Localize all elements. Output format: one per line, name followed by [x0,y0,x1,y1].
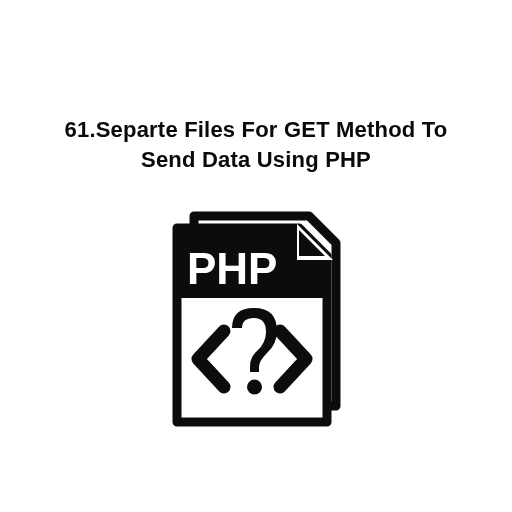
svg-point-0 [247,380,262,395]
title-line-1: 61.Separte Files For GET Method To [65,117,448,142]
php-label: PHP [187,244,277,293]
php-file-icon: PHP [159,206,354,435]
page-title: 61.Separte Files For GET Method To Send … [65,115,448,174]
title-line-2: Send Data Using PHP [141,147,371,172]
